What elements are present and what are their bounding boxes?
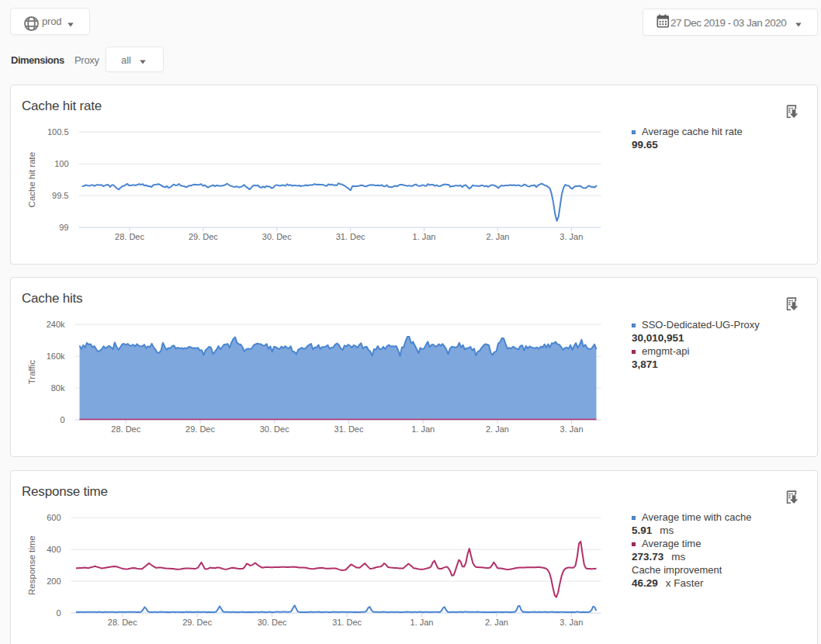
svg-text:0: 0	[56, 608, 61, 618]
svg-text:600: 600	[47, 513, 61, 522]
svg-text:30. Dec: 30. Dec	[262, 232, 292, 241]
svg-text:80k: 80k	[51, 383, 65, 393]
svg-text:100: 100	[54, 159, 68, 168]
svg-text:Response time: Response time	[27, 535, 36, 595]
svg-text:3. Jan: 3. Jan	[560, 424, 584, 434]
svg-text:2. Jan: 2. Jan	[485, 618, 508, 627]
svg-text:1. Jan: 1. Jan	[413, 232, 436, 241]
svg-text:99: 99	[59, 223, 68, 232]
svg-text:31. Dec: 31. Dec	[336, 232, 365, 241]
svg-text:Traffic: Traffic	[27, 360, 36, 385]
svg-text:99.5: 99.5	[52, 191, 68, 200]
svg-text:29. Dec: 29. Dec	[185, 424, 215, 434]
svg-text:2. Jan: 2. Jan	[486, 232, 509, 241]
svg-text:3. Jan: 3. Jan	[559, 618, 583, 627]
svg-text:0: 0	[60, 415, 64, 424]
svg-text:2. Jan: 2. Jan	[486, 424, 509, 434]
svg-text:31. Dec: 31. Dec	[332, 618, 362, 627]
svg-text:Cache hit rate: Cache hit rate	[27, 152, 36, 208]
svg-text:400: 400	[47, 545, 61, 554]
svg-text:28. Dec: 28. Dec	[111, 424, 140, 434]
svg-text:200: 200	[47, 576, 61, 586]
svg-text:3. Jan: 3. Jan	[559, 232, 583, 241]
svg-text:30. Dec: 30. Dec	[258, 618, 287, 627]
svg-text:240k: 240k	[47, 320, 65, 329]
svg-text:1. Jan: 1. Jan	[411, 424, 435, 434]
svg-text:28. Dec: 28. Dec	[115, 232, 144, 241]
svg-text:100.5: 100.5	[47, 127, 69, 137]
svg-text:1. Jan: 1. Jan	[410, 618, 434, 627]
svg-text:31. Dec: 31. Dec	[334, 424, 364, 434]
svg-text:28. Dec: 28. Dec	[108, 618, 137, 627]
svg-text:29. Dec: 29. Dec	[182, 618, 212, 627]
svg-text:29. Dec: 29. Dec	[189, 232, 218, 241]
svg-text:160k: 160k	[47, 351, 65, 361]
svg-text:30. Dec: 30. Dec	[260, 424, 289, 434]
